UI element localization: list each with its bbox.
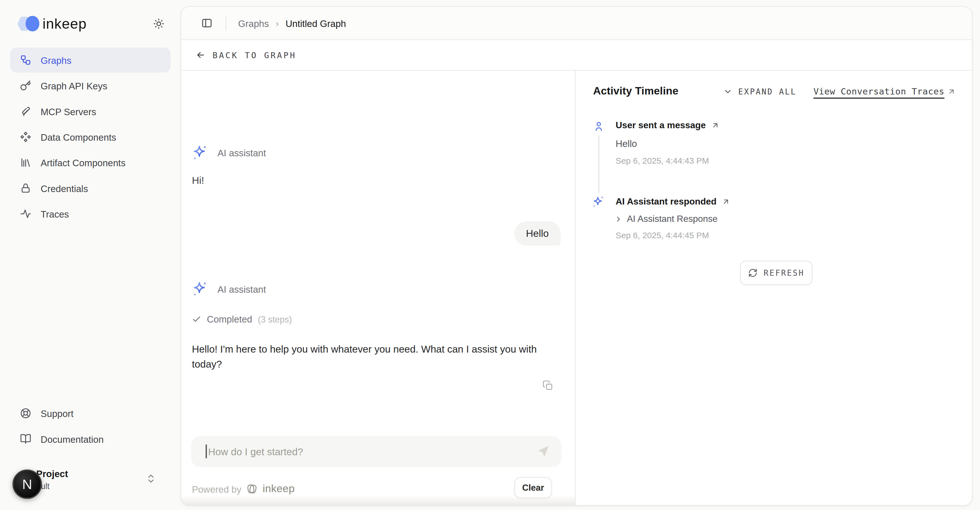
breadcrumb-separator: › [275, 18, 278, 28]
timeline-event-timestamp: Sep 6, 2025, 4:44:45 PM [616, 231, 709, 240]
timeline-event-link[interactable]: User sent a message [616, 120, 720, 130]
powered-by: Powered by inkeep [192, 483, 295, 495]
timeline-event-link[interactable]: AI Assistant responded [616, 196, 730, 206]
breadcrumb-current: Untitled Graph [286, 18, 346, 29]
sidebar-item-graphs[interactable]: Graphs [10, 48, 170, 73]
library-icon [20, 157, 32, 168]
sidebar-item-label: Artifact Components [41, 157, 126, 167]
chevron-down-icon [723, 86, 733, 96]
panel-left-icon [201, 18, 213, 29]
timeline-title: Activity Timeline [593, 85, 679, 97]
clear-button[interactable]: Clear [514, 477, 552, 498]
refresh-icon [748, 268, 757, 278]
arrow-up-right-icon [711, 121, 720, 129]
chat-input[interactable] [207, 436, 528, 467]
sidebar-item-label: Graph API Keys [41, 80, 107, 91]
sidebar-item-data-components[interactable]: Data Components [10, 124, 170, 150]
workflow-icon [20, 54, 32, 66]
sidebar-item-support[interactable]: Support [10, 401, 170, 426]
lock-icon [20, 183, 32, 194]
user-icon [593, 121, 605, 132]
assistant-message-text: Hi! [192, 175, 204, 186]
sparkles-icon [191, 281, 208, 298]
mcp-icon [20, 105, 32, 117]
inkeep-glyph-icon [246, 483, 258, 495]
powered-by-brand: inkeep [262, 483, 294, 495]
header-divider [226, 16, 226, 30]
activity-timeline-panel: Activity Timeline EXPAND ALL View Conver… [576, 71, 972, 505]
book-open-icon [20, 433, 32, 445]
assistant-message-header: AI assistant [191, 144, 266, 161]
sidebar-nav: Graphs Graph API Keys MCP Servers Da [10, 48, 170, 227]
sidebar-item-credentials[interactable]: Credentials [10, 175, 170, 201]
assistant-status-row: Completed (3 steps) [192, 314, 292, 324]
assistant-message-text: Hello! I'm here to help you with whateve… [192, 342, 562, 372]
assistant-message-header: AI assistant [191, 281, 266, 298]
sidebar-item-label: Traces [41, 209, 69, 219]
timeline-header: Activity Timeline EXPAND ALL View Conver… [593, 85, 956, 97]
timeline-event-body: Hello [616, 138, 637, 149]
sidebar-toggle-button[interactable] [200, 16, 213, 30]
collapse-toggle[interactable] [723, 86, 733, 96]
timeline-event-title: AI Assistant responded [616, 196, 717, 206]
refresh-button[interactable]: REFRESH [740, 261, 813, 285]
user-message-bubble: Hello [514, 221, 561, 245]
refresh-label: REFRESH [764, 268, 805, 278]
timeline-event-timestamp: Sep 6, 2025, 4:44:43 PM [616, 156, 709, 166]
breadcrumb: Graphs › Untitled Graph [238, 18, 346, 29]
powered-by-label: Powered by [192, 484, 242, 494]
main-panel: Graphs › Untitled Graph BACK TO GRAPH [181, 6, 973, 506]
sidebar-item-artifact-components[interactable]: Artifact Components [10, 150, 170, 175]
sidebar-item-mcp-servers[interactable]: MCP Servers [10, 99, 170, 124]
sidebar-item-label: Data Components [41, 132, 116, 142]
view-traces-label: View Conversation Traces [813, 86, 945, 96]
sidebar-item-documentation[interactable]: Documentation [10, 426, 170, 451]
sidebar-item-traces[interactable]: Traces [10, 201, 170, 226]
timeline-controls: EXPAND ALL View Conversation Traces [723, 86, 956, 96]
sidebar-item-label: Support [41, 408, 73, 418]
timeline-connector [598, 135, 599, 193]
content-split: AI assistant Hi! Hello AI assistant [181, 71, 972, 505]
back-to-graph-label: BACK TO GRAPH [212, 50, 296, 60]
sidebar: inkeep Graphs Graph API Keys [0, 0, 181, 510]
sidebar-item-graph-api-keys[interactable]: Graph API Keys [10, 73, 170, 98]
sidebar-item-label: Documentation [41, 434, 103, 444]
breadcrumb-bar: Graphs › Untitled Graph [181, 7, 972, 40]
life-buoy-icon [20, 408, 32, 419]
text-caret [205, 445, 207, 458]
project-name: Project [36, 468, 68, 479]
nextjs-dev-indicator[interactable]: N [13, 469, 42, 499]
chevron-right-icon [614, 215, 623, 223]
breadcrumb-graphs[interactable]: Graphs [238, 18, 269, 29]
sparkles-icon [591, 195, 605, 209]
nextjs-badge-letter: N [22, 476, 32, 492]
sidebar-logo-row: inkeep [15, 13, 167, 34]
theme-toggle-button[interactable] [151, 16, 167, 32]
sparkles-icon [191, 144, 208, 161]
sidebar-item-label: Graphs [41, 55, 71, 65]
arrow-up-right-icon [947, 87, 956, 95]
sidebar-item-label: MCP Servers [41, 106, 96, 116]
key-icon [20, 80, 32, 91]
status-steps: (3 steps) [258, 314, 292, 324]
app-root: inkeep Graphs Graph API Keys [0, 0, 980, 510]
back-to-graph-button[interactable]: BACK TO GRAPH [196, 50, 296, 60]
timeline-event-title: User sent a message [616, 120, 706, 130]
inkeep-logo-icon [15, 14, 41, 33]
view-conversation-traces-link[interactable]: View Conversation Traces [813, 86, 956, 96]
chat-input-container [191, 436, 561, 466]
chat-preview-panel: AI assistant Hi! Hello AI assistant [181, 71, 576, 505]
status-label: Completed [207, 314, 252, 324]
expand-all-button[interactable]: EXPAND ALL [738, 86, 797, 96]
copy-icon [542, 380, 553, 390]
timeline-event-detail: AI Assistant Response [627, 214, 718, 224]
assistant-label: AI assistant [218, 284, 266, 295]
send-button[interactable] [536, 445, 550, 458]
inkeep-logo-wordmark: inkeep [43, 15, 87, 32]
copy-button[interactable] [542, 380, 556, 394]
sun-icon [153, 18, 164, 30]
sidebar-footer-nav: Support Documentation [10, 401, 170, 452]
timeline-event-expand-row[interactable]: AI Assistant Response [614, 214, 718, 224]
arrow-up-right-icon [722, 197, 730, 206]
send-icon [536, 445, 550, 458]
